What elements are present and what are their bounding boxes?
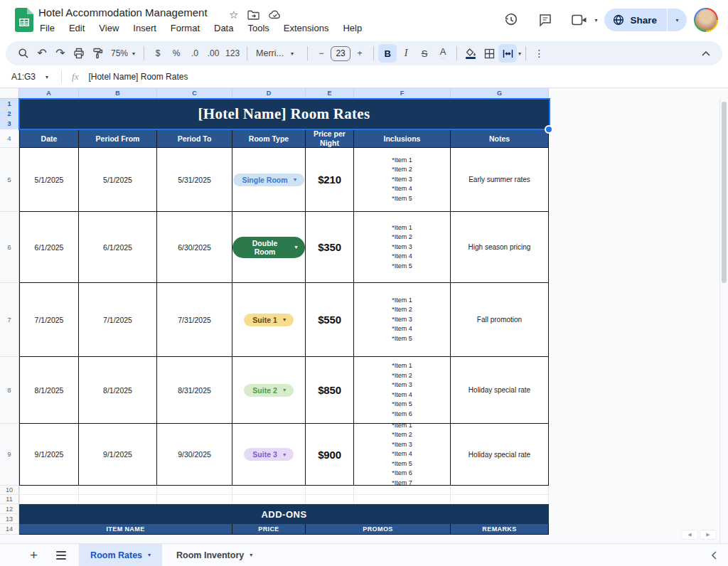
cell-price[interactable]: $550	[306, 283, 354, 357]
zoom-control[interactable]: 75% ▾	[107, 48, 139, 58]
share-dropdown-button[interactable]: ▾	[667, 9, 687, 31]
cell-notes[interactable]: Fall promotion	[451, 283, 549, 357]
more-formats-button[interactable]: 123	[223, 44, 242, 63]
row-header-9[interactable]: 9	[0, 424, 19, 486]
cell-price[interactable]: $900	[306, 424, 354, 486]
cell-period-from[interactable]: 7/1/2025	[79, 283, 157, 357]
empty-cell[interactable]	[157, 495, 232, 504]
column-header-c[interactable]: C	[157, 88, 232, 99]
cell-period-from[interactable]: 5/1/2025	[79, 148, 157, 212]
menu-data[interactable]: Data	[210, 22, 237, 34]
cell-notes[interactable]: High season pricing	[451, 212, 549, 283]
addons-header-remarks[interactable]: REMARKS	[451, 524, 549, 535]
empty-cell[interactable]	[306, 486, 354, 495]
paint-format-button[interactable]	[88, 44, 107, 63]
comments-icon[interactable]	[532, 6, 559, 33]
empty-cell[interactable]	[306, 495, 354, 504]
menu-format[interactable]: Format	[166, 22, 204, 34]
tab-room-inventory[interactable]: Room Inventory ▾	[165, 544, 264, 566]
cell-notes[interactable]: Holiday special rate	[451, 424, 549, 486]
room-type-chip[interactable]: Double Room ▼	[232, 237, 305, 258]
text-color-button[interactable]: A	[434, 44, 452, 63]
menu-view[interactable]: View	[95, 22, 123, 34]
more-toolbar-button[interactable]: ⋮	[530, 44, 549, 63]
move-folder-icon[interactable]	[247, 10, 259, 20]
cell-date[interactable]: 9/1/2025	[19, 424, 79, 486]
cell-inclusions[interactable]: *Item 1 *Item 2 *Item 3 *Item 4 *Item 5	[354, 148, 451, 212]
cell-price[interactable]: $350	[306, 212, 354, 283]
font-name-select[interactable]: Merri... ▾	[252, 48, 303, 58]
redo-button[interactable]: ↷	[51, 44, 70, 63]
cell-period-to[interactable]: 8/31/2025	[157, 357, 232, 424]
row-header-3[interactable]: 3	[0, 119, 19, 129]
row-header-8[interactable]: 8	[0, 357, 19, 424]
tab-dropdown-icon[interactable]: ▾	[148, 552, 151, 558]
menu-help[interactable]: Help	[338, 22, 366, 34]
cell-period-to[interactable]: 7/31/2025	[157, 283, 232, 357]
cell-period-from[interactable]: 6/1/2025	[79, 212, 157, 283]
header-room-type[interactable]: Room Type	[232, 129, 306, 148]
menu-file[interactable]: File	[36, 22, 59, 34]
show-side-panel-icon[interactable]	[711, 544, 717, 566]
column-header-f[interactable]: F	[354, 88, 451, 99]
cell-price[interactable]: $210	[306, 148, 354, 212]
strikethrough-button[interactable]: S	[415, 44, 434, 63]
decrease-decimal-button[interactable]: .0	[186, 44, 204, 63]
meet-dropdown-icon[interactable]: ▾	[594, 17, 597, 23]
column-header-a[interactable]: A	[19, 88, 79, 99]
cloud-status-icon[interactable]	[269, 10, 282, 19]
fill-color-button[interactable]	[461, 44, 480, 63]
select-all-corner[interactable]	[0, 88, 19, 99]
add-sheet-button[interactable]: +	[30, 548, 38, 562]
empty-cell[interactable]	[451, 495, 549, 504]
cell-inclusions[interactable]: *Item 1 *Item 2 *Item 3 *Item 4 *Item 5	[354, 283, 451, 357]
meet-camera-icon[interactable]	[566, 6, 593, 33]
sheets-logo-icon[interactable]	[15, 8, 33, 32]
header-period-to[interactable]: Period To	[157, 129, 232, 148]
empty-cell[interactable]	[232, 486, 306, 495]
undo-button[interactable]: ↶	[33, 44, 51, 63]
borders-button[interactable]	[480, 44, 498, 63]
empty-cell[interactable]	[354, 486, 451, 495]
collapse-toolbar-icon[interactable]	[697, 44, 715, 63]
column-header-g[interactable]: G	[451, 88, 549, 99]
cell-inclusions[interactable]: *Item 1 *Item 2 *Item 3 *Item 4 *Item 5 …	[354, 424, 451, 486]
cell-period-to[interactable]: 9/30/2025	[157, 424, 232, 486]
row-header-4[interactable]: 4	[0, 129, 19, 148]
vertical-scrollbar[interactable]	[719, 99, 728, 543]
row-header-10[interactable]: 10	[0, 486, 19, 495]
increase-decimal-button[interactable]: .00	[204, 44, 223, 63]
column-header-b[interactable]: B	[79, 88, 157, 99]
row-header-13[interactable]: 13	[0, 514, 19, 524]
row-header-1[interactable]: 1	[0, 99, 19, 109]
search-icon[interactable]	[14, 44, 33, 63]
cell-inclusions[interactable]: *Item 1 *Item 2 *Item 3 *Item 4 *Item 5 …	[354, 357, 451, 424]
empty-cell[interactable]	[157, 486, 232, 495]
bold-button[interactable]: B	[378, 44, 397, 63]
menu-edit[interactable]: Edit	[65, 22, 89, 34]
room-type-chip[interactable]: Suite 1 ▼	[244, 314, 293, 326]
header-inclusions[interactable]: Inclusions	[354, 129, 451, 148]
merge-dropdown-icon[interactable]: ▾	[518, 50, 521, 57]
header-notes[interactable]: Notes	[451, 129, 549, 148]
tab-room-rates[interactable]: Room Rates ▾	[79, 544, 162, 566]
room-type-chip[interactable]: Suite 3 ▼	[244, 448, 293, 461]
all-sheets-icon[interactable]	[56, 551, 66, 560]
font-size-input[interactable]: 23	[331, 46, 350, 61]
menu-extensions[interactable]: Extensions	[279, 22, 333, 34]
sheet-title-cell[interactable]: [Hotel Name] Room Rates	[19, 99, 549, 129]
column-header-e[interactable]: E	[306, 88, 354, 99]
addons-header-promos[interactable]: PROMOS	[306, 524, 451, 535]
format-percent-button[interactable]: %	[167, 44, 186, 63]
italic-button[interactable]: I	[397, 44, 415, 63]
name-box[interactable]: A1:G3	[0, 72, 46, 82]
selection-fill-handle[interactable]	[545, 125, 553, 134]
print-button[interactable]	[70, 44, 88, 63]
row-header-2[interactable]: 2	[0, 109, 19, 119]
addons-title-cell[interactable]: ADD-ONS	[19, 504, 549, 524]
cell-period-to[interactable]: 5/31/2025	[157, 148, 232, 212]
scroll-left-button[interactable]: ◀	[681, 530, 698, 540]
empty-cell[interactable]	[19, 486, 79, 495]
room-type-chip[interactable]: Single Room ▼	[233, 173, 304, 186]
header-price-per-night[interactable]: Price per Night	[306, 129, 354, 148]
